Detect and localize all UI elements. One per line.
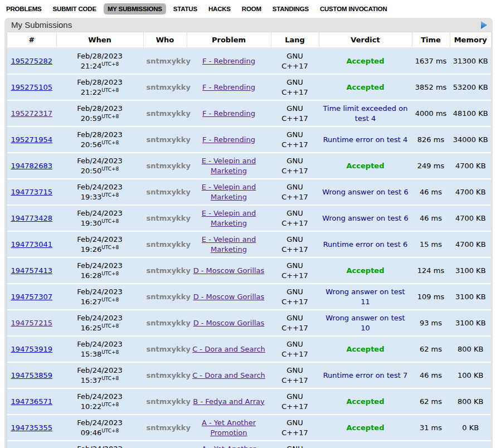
submission-lang: GNUC++17 bbox=[281, 104, 308, 123]
memory-used: 3100 KB bbox=[455, 266, 486, 275]
cell-who: sntmxykky bbox=[143, 205, 187, 231]
problem-link[interactable]: D - Moscow Gorillas bbox=[193, 266, 265, 275]
problem-link[interactable]: E - Velepin and Marketing bbox=[202, 209, 256, 227]
cell-lang: GNUC++17 bbox=[271, 100, 319, 126]
cell-verdict: Accepted bbox=[319, 415, 412, 441]
verdict-text: Accepted bbox=[347, 83, 385, 91]
cell-id: 194735355 bbox=[7, 415, 56, 441]
nav-item-custom-invocation[interactable]: CUSTOM INVOCATION bbox=[316, 3, 391, 14]
utc-offset: UTC+8 bbox=[101, 87, 119, 92]
submission-id-link[interactable]: 195271954 bbox=[11, 135, 52, 144]
submission-date: Feb/28/2023 bbox=[77, 78, 122, 86]
exec-time: 62 ms bbox=[420, 397, 442, 406]
nav-item-submit-code[interactable]: SUBMIT CODE bbox=[49, 3, 100, 14]
submission-id-link[interactable]: 194735355 bbox=[11, 423, 52, 432]
submission-lang: GNUC++17 bbox=[281, 157, 308, 175]
nav-item-my-submissions[interactable]: MY SUBMISSIONS bbox=[104, 3, 166, 14]
cell-verdict: Accepted bbox=[319, 257, 412, 284]
cell-problem: E - Velepin and Marketing bbox=[187, 179, 271, 205]
cell-problem: E - Velepin and Marketing bbox=[187, 153, 271, 179]
memory-used: 31300 KB bbox=[453, 57, 488, 65]
submission-id-link[interactable]: 194782683 bbox=[11, 162, 52, 170]
submission-id-link[interactable]: 194757307 bbox=[11, 293, 52, 301]
cell-id: 195275282 bbox=[7, 48, 56, 74]
submission-date: Feb/28/2023 bbox=[77, 104, 122, 113]
cell-id: 194773715 bbox=[7, 179, 56, 205]
nav-item-status[interactable]: STATUS bbox=[169, 3, 201, 14]
cell-lang: GNUC++17 bbox=[271, 441, 319, 448]
submission-id-link[interactable]: 195272317 bbox=[11, 109, 52, 118]
table-row: 195275105Feb/28/202321:22UTC+8sntmxykkyF… bbox=[7, 74, 491, 100]
submission-id-link[interactable]: 194757215 bbox=[11, 319, 52, 327]
problem-link[interactable]: D - Moscow Gorillas bbox=[193, 319, 265, 327]
cell-who: sntmxykky bbox=[143, 231, 187, 257]
submission-id-link[interactable]: 194753919 bbox=[11, 345, 52, 353]
problem-link[interactable]: E - Velepin and Marketing bbox=[202, 157, 256, 175]
cell-when: Feb/24/202315:38UTC+8 bbox=[56, 336, 143, 362]
exec-time: 31 ms bbox=[420, 423, 442, 432]
problem-link[interactable]: C - Dora and Search bbox=[192, 345, 265, 353]
cell-verdict: Runtime error on test 6 bbox=[319, 231, 412, 257]
utc-offset: UTC+8 bbox=[101, 244, 119, 250]
submission-id-link[interactable]: 194753859 bbox=[11, 371, 52, 379]
cell-time: 62 ms bbox=[412, 388, 450, 415]
problem-link[interactable]: D - Moscow Gorillas bbox=[193, 293, 265, 301]
cell-when: Feb/24/202316:27UTC+8 bbox=[56, 284, 143, 310]
column-header-lang: Lang bbox=[271, 32, 319, 48]
cell-lang: GNUC++17 bbox=[271, 257, 319, 284]
utc-offset: UTC+8 bbox=[101, 296, 119, 302]
exec-time: 46 ms bbox=[420, 214, 442, 222]
submission-id-link[interactable]: 195275105 bbox=[11, 83, 52, 91]
submission-id-link[interactable]: 194773715 bbox=[11, 188, 52, 196]
submission-id-link[interactable]: 195275282 bbox=[11, 57, 52, 65]
nav-item-hacks[interactable]: HACKS bbox=[205, 3, 235, 14]
panel-title: My Submissions bbox=[11, 20, 72, 30]
table-row: 195272317Feb/28/202320:59UTC+8sntmxykkyF… bbox=[7, 100, 491, 126]
problem-link[interactable]: F - Rebrending bbox=[202, 135, 255, 144]
cell-problem: F - Rebrending bbox=[187, 74, 271, 100]
nav-item-room[interactable]: ROOM bbox=[238, 3, 265, 14]
submission-author: sntmxykky bbox=[147, 423, 191, 432]
submission-time: 16:27 bbox=[81, 298, 101, 306]
problem-link[interactable]: A - Yet Another Promotion bbox=[202, 445, 256, 448]
submission-date: Feb/24/2023 bbox=[77, 418, 122, 427]
column-header-when: When bbox=[56, 32, 143, 48]
submission-id-link[interactable]: 194773428 bbox=[11, 214, 52, 222]
verdict-text: Accepted bbox=[347, 423, 385, 432]
submission-time: 16:25 bbox=[81, 324, 101, 332]
problem-link[interactable]: F - Rebrending bbox=[202, 109, 255, 118]
submission-lang: GNUC++17 bbox=[281, 418, 308, 437]
cell-verdict: Accepted bbox=[319, 153, 412, 179]
submission-author: sntmxykky bbox=[147, 371, 191, 379]
problem-link[interactable]: F - Rebrending bbox=[202, 57, 255, 65]
memory-used: 800 KB bbox=[458, 345, 483, 353]
problem-link[interactable]: A - Yet Another Promotion bbox=[202, 418, 256, 437]
submission-date: Feb/24/2023 bbox=[77, 340, 122, 348]
cell-time: 1637 ms bbox=[412, 48, 450, 74]
submission-date: Feb/24/2023 bbox=[77, 261, 122, 270]
verdict-text: Wrong answer on test 6 bbox=[322, 214, 409, 222]
submission-author: sntmxykky bbox=[147, 397, 191, 406]
problem-link[interactable]: E - Velepin and Marketing bbox=[202, 183, 256, 201]
nav-item-problems[interactable]: PROBLEMS bbox=[2, 3, 46, 14]
submission-author: sntmxykky bbox=[147, 240, 191, 249]
problem-link[interactable]: C - Dora and Search bbox=[192, 371, 265, 379]
play-arrow-icon[interactable] bbox=[481, 21, 487, 29]
submission-id-link[interactable]: 194736571 bbox=[11, 397, 52, 406]
table-header-row: #WhenWhoProblemLangVerdictTimeMemory bbox=[7, 32, 491, 48]
cell-memory: 3100 KB bbox=[450, 310, 491, 336]
memory-used: 3100 KB bbox=[455, 293, 486, 301]
problem-link[interactable]: E - Velepin and Marketing bbox=[202, 235, 256, 254]
submission-author: sntmxykky bbox=[147, 266, 191, 275]
submission-id-link[interactable]: 194773041 bbox=[11, 240, 52, 249]
problem-link[interactable]: F - Rebrending bbox=[202, 83, 255, 91]
nav-item-standings[interactable]: STANDINGS bbox=[269, 3, 313, 14]
cell-memory: 100 KB bbox=[450, 362, 491, 388]
submission-lang: GNUC++17 bbox=[281, 340, 308, 358]
submission-id-link[interactable]: 194757413 bbox=[11, 266, 52, 275]
submissions-table-wrapper: #WhenWhoProblemLangVerdictTimeMemory 195… bbox=[7, 32, 490, 448]
cell-memory: 0 KB bbox=[450, 415, 491, 441]
submission-time: 16:28 bbox=[81, 271, 101, 280]
cell-when: Feb/24/202319:33UTC+8 bbox=[56, 179, 143, 205]
problem-link[interactable]: B - Fedya and Array bbox=[193, 397, 264, 406]
